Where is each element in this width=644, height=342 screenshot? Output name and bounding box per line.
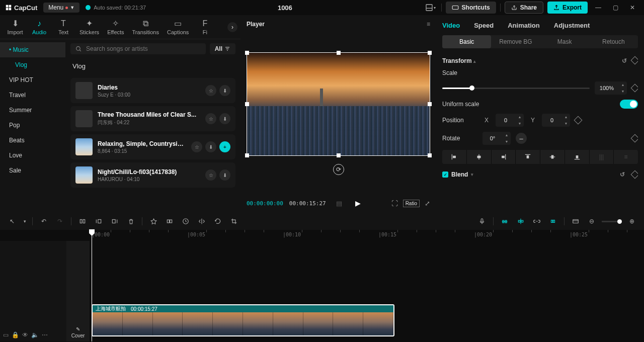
download-icon[interactable]: ⬇ (219, 169, 230, 181)
track-item[interactable]: Relaxing, Simple, Countryside, Tr...8,86… (70, 134, 235, 159)
preview-tool[interactable] (546, 215, 560, 228)
speed-tool[interactable] (179, 215, 193, 228)
category-pop[interactable]: Pop (0, 118, 65, 133)
keyframe-rotate[interactable] (631, 134, 638, 143)
align-left[interactable] (442, 150, 467, 164)
nav-tab-captions[interactable]: ▭Captions (163, 15, 193, 39)
layout-icon[interactable]: ▾ (424, 1, 437, 14)
split-tool[interactable] (75, 215, 90, 228)
link-tool[interactable] (530, 215, 544, 228)
search-input[interactable] (86, 45, 201, 52)
category-music[interactable]: • Music (0, 42, 65, 57)
shortcuts-button[interactable]: Shortcuts (446, 2, 496, 14)
category-vip-hot[interactable]: VIP HOT (0, 72, 65, 88)
maximize-button[interactable]: ▢ (609, 1, 622, 14)
category-love[interactable]: Love (0, 148, 65, 163)
reset-transform-icon[interactable]: ↺ (622, 57, 627, 64)
keyframe-transform[interactable] (631, 56, 638, 65)
search-input-wrap[interactable] (70, 43, 206, 54)
category-sale[interactable]: Sale (0, 163, 65, 178)
download-icon[interactable]: ⬇ (205, 141, 216, 152)
play-button[interactable]: ▶ (355, 199, 361, 207)
snap-tool[interactable] (514, 215, 528, 228)
scale-slider[interactable] (442, 88, 590, 89)
nav-tab-effects[interactable]: ✧Effects (103, 15, 128, 39)
favorite-icon[interactable]: ☆ (205, 169, 216, 181)
playhead[interactable] (92, 230, 92, 341)
player-menu-icon[interactable]: ≡ (427, 21, 430, 28)
favorite-icon[interactable]: ☆ (205, 85, 216, 96)
resize-handle-sw[interactable] (245, 153, 249, 157)
redo-button[interactable]: ↷ (53, 215, 67, 228)
group-tool[interactable] (163, 215, 177, 228)
scale-step-up[interactable]: ▲ (619, 81, 627, 88)
track-item[interactable]: Three Thousand Miles of Clear S...闫东炜 · … (70, 106, 235, 131)
track-mute-icon[interactable]: 🔈 (31, 331, 39, 338)
rotate-tool[interactable] (211, 215, 225, 228)
nav-tab-transitions[interactable]: ⧉Transitions (128, 15, 163, 39)
list-view-icon[interactable]: ▤ (336, 200, 342, 207)
resize-handle-n[interactable] (337, 51, 341, 55)
track-item[interactable]: Night/Chill/Lo-fi03(1417838)HAKUROU · 04… (70, 162, 235, 188)
zoom-out[interactable]: ⊖ (585, 215, 599, 228)
category-beats[interactable]: Beats (0, 133, 65, 148)
timeline-settings[interactable] (569, 215, 583, 228)
keyframe-position[interactable] (574, 116, 583, 125)
track-more-icon[interactable]: ⋯ (42, 331, 48, 338)
nav-tab-text[interactable]: TText (51, 15, 75, 39)
zoom-in[interactable]: ⊕ (625, 215, 639, 228)
download-icon[interactable]: ⬇ (219, 113, 230, 124)
resize-handle-ne[interactable] (428, 51, 432, 55)
pos-x-input[interactable]: 0▲▼ (496, 114, 524, 127)
tabs-scroll-right[interactable]: › (227, 22, 237, 32)
mark-tool[interactable] (146, 215, 160, 228)
subtab-retouch[interactable]: Retouch (589, 35, 638, 48)
player-canvas[interactable] (247, 52, 430, 156)
align-top[interactable] (516, 150, 540, 164)
keyframe-scale[interactable] (631, 84, 638, 93)
download-icon[interactable]: ⬇ (219, 85, 230, 96)
undo-button[interactable]: ↶ (37, 215, 51, 228)
rotate-input[interactable]: 0°▲▼ (482, 132, 511, 145)
export-button[interactable]: Export (547, 2, 588, 14)
resize-handle-s[interactable] (337, 153, 341, 157)
share-button[interactable]: Share (505, 2, 543, 14)
menu-button[interactable]: Menu ▼ (43, 3, 79, 13)
zoom-slider[interactable] (602, 221, 622, 222)
resize-handle-se[interactable] (428, 153, 432, 157)
trim-left-tool[interactable] (92, 215, 106, 228)
category-summer[interactable]: Summer (0, 103, 65, 118)
resize-handle-e[interactable] (428, 102, 432, 106)
track-visibility-icon[interactable]: 👁 (22, 331, 28, 338)
scale-step-down[interactable]: ▼ (619, 88, 627, 95)
close-button[interactable]: ✕ (626, 1, 639, 14)
nav-tab-fi[interactable]: FFi (193, 15, 217, 39)
align-right[interactable] (492, 150, 516, 164)
mirror-tool[interactable] (195, 215, 209, 228)
delete-tool[interactable] (124, 215, 138, 228)
minimize-button[interactable]: — (592, 1, 605, 14)
category-travel[interactable]: Travel (0, 88, 65, 103)
subtab-mask[interactable]: Mask (540, 35, 589, 48)
ratio-button[interactable]: Ratio (403, 200, 420, 207)
align-center-h[interactable] (467, 150, 492, 164)
blend-checkbox[interactable]: ✓ (442, 172, 448, 178)
resize-handle-w[interactable] (245, 102, 249, 106)
nav-tab-audio[interactable]: ♪Audio (27, 15, 51, 39)
resize-handle-nw[interactable] (245, 51, 249, 55)
align-center-v[interactable] (540, 150, 565, 164)
fullscreen-icon[interactable]: ⤢ (425, 200, 430, 207)
add-track-button[interactable]: + (219, 141, 230, 152)
category-vlog[interactable]: Vlog (0, 57, 65, 72)
magnet-tool[interactable] (498, 215, 512, 228)
inspector-tab-adjustment[interactable]: Adjustment (554, 22, 590, 29)
crop-tool[interactable] (227, 215, 241, 228)
tool-dropdown[interactable]: ▾ (21, 215, 28, 228)
sync-icon[interactable]: ⟳ (333, 164, 344, 175)
track-lock-icon[interactable]: 🔒 (12, 331, 19, 338)
track-toggle-icon[interactable]: ▭ (3, 331, 9, 338)
keyframe-blend[interactable] (631, 170, 638, 179)
rotate-dial[interactable]: – (516, 133, 527, 144)
subtab-basic[interactable]: Basic (442, 35, 491, 48)
selection-tool[interactable]: ↖ (5, 215, 19, 228)
